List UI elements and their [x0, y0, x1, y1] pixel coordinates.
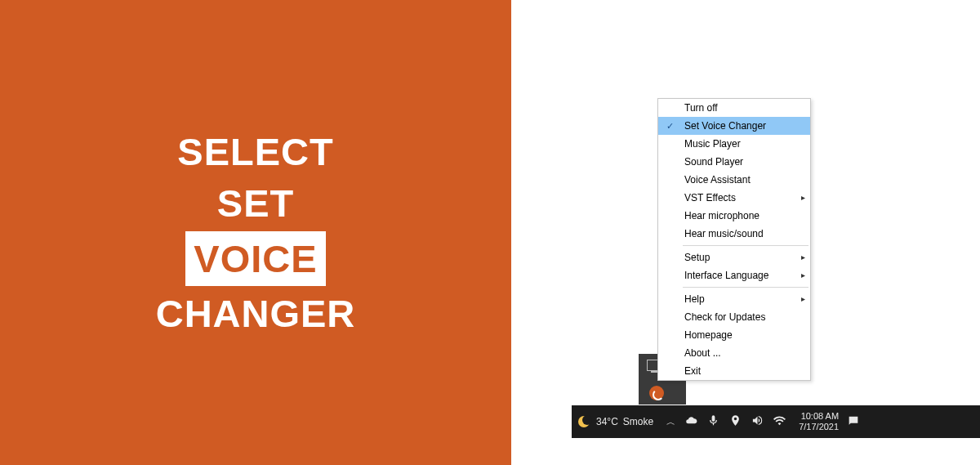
menu-item-label: About ... [684, 347, 721, 359]
menu-item-label: Setup [684, 252, 710, 263]
menu-item-setup[interactable]: Setup▸ [658, 248, 810, 266]
menu-item-label: Turn off [684, 102, 718, 114]
menu-item-label: Sound Player [684, 156, 743, 168]
menu-item-interface-language[interactable]: Interface Language▸ [658, 266, 810, 284]
headline-line-3: VOICE [185, 231, 325, 286]
menu-item-label: Interface Language [684, 270, 768, 281]
instruction-headline: SELECT SET VOICE CHANGER [156, 126, 356, 340]
chevron-right-icon: ▸ [801, 290, 805, 308]
show-hidden-icons[interactable]: ︿ [662, 416, 680, 428]
menu-item-label: VST Effects [684, 192, 736, 203]
chevron-right-icon: ▸ [801, 189, 805, 207]
menu-item-vst-effects[interactable]: VST Effects▸ [658, 189, 810, 207]
moon-icon [578, 415, 591, 428]
wifi-icon[interactable] [773, 414, 786, 429]
menu-item-label: Voice Assistant [684, 174, 751, 186]
menu-item-exit[interactable]: Exit [658, 362, 810, 380]
instruction-panel: SELECT SET VOICE CHANGER [0, 0, 511, 465]
chevron-right-icon: ▸ [801, 266, 805, 284]
menu-item-music-player[interactable]: Music Player [658, 135, 810, 153]
taskbar-clock[interactable]: 10:08 AM 7/17/2021 [791, 411, 847, 432]
menu-item-voice-assistant[interactable]: Voice Assistant [658, 171, 810, 189]
menu-item-label: Homepage [684, 329, 733, 341]
location-icon[interactable] [729, 414, 742, 429]
clock-date: 7/17/2021 [799, 422, 839, 432]
headline-line-4: CHANGER [156, 288, 356, 339]
menu-item-label: Hear microphone [684, 210, 760, 221]
tray-context-menu: Turn off✓Set Voice ChangerMusic PlayerSo… [657, 98, 811, 381]
menu-item-label: Exit [684, 365, 701, 377]
menu-item-help[interactable]: Help▸ [658, 290, 810, 308]
volume-icon[interactable] [751, 414, 764, 429]
menu-item-label: Check for Updates [684, 311, 765, 323]
menu-item-check-for-updates[interactable]: Check for Updates [658, 308, 810, 326]
voice-changer-tray-icon[interactable] [649, 386, 664, 400]
menu-item-hear-microphone[interactable]: Hear microphone [658, 207, 810, 225]
taskbar: 34°C Smoke ︿ 10:08 AM 7/17/2021 [572, 405, 980, 438]
menu-item-label: Set Voice Changer [684, 120, 766, 132]
menu-item-label: Music Player [684, 138, 741, 150]
headline-line-2: SET [156, 177, 356, 229]
check-icon: ✓ [666, 117, 679, 135]
menu-separator [683, 245, 808, 246]
menu-item-hear-music-sound[interactable]: Hear music/sound [658, 225, 810, 243]
microphone-icon[interactable] [707, 414, 719, 429]
headline-line-1: SELECT [156, 126, 356, 177]
menu-item-label: Hear music/sound [684, 228, 764, 239]
menu-item-set-voice-changer[interactable]: ✓Set Voice Changer [658, 117, 810, 135]
action-center-icon[interactable] [847, 414, 866, 430]
weather-condition: Smoke [623, 416, 653, 427]
menu-item-label: Help [684, 293, 705, 305]
menu-item-sound-player[interactable]: Sound Player [658, 153, 810, 171]
menu-separator [683, 287, 808, 288]
clock-time: 10:08 AM [799, 411, 839, 422]
cloud-icon[interactable] [685, 414, 697, 429]
weather-temperature: 34°C [596, 416, 618, 427]
menu-item-homepage[interactable]: Homepage [658, 326, 810, 344]
menu-item-about[interactable]: About ... [658, 344, 810, 362]
menu-item-turn-off[interactable]: Turn off [658, 99, 810, 117]
system-tray-icons [680, 414, 791, 429]
taskbar-weather[interactable]: 34°C Smoke [572, 415, 662, 428]
chevron-right-icon: ▸ [801, 248, 805, 266]
